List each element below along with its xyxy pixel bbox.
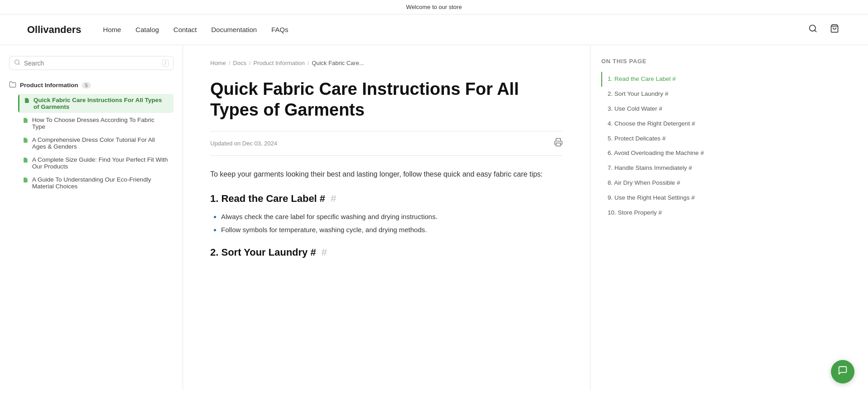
sidebar-item-active-wrapper: Quick Fabric Care Instructions For All T…: [18, 94, 174, 113]
article-meta: Updated on Dec 03, 2024: [210, 131, 563, 156]
breadcrumb-current: Quick Fabric Care...: [312, 60, 364, 66]
toc-item-6[interactable]: 7. Handle Stains Immediately #: [601, 161, 706, 176]
content-area: Home / Docs / Product Information / Quic…: [183, 45, 590, 390]
sidebar-item-label-4: A Guide To Understanding Our Eco-Friendl…: [32, 176, 169, 190]
header: Ollivanders Home Catalog Contact Documen…: [0, 14, 868, 45]
nav-documentation[interactable]: Documentation: [211, 26, 257, 33]
breadcrumb-sep-2: /: [307, 60, 309, 66]
sidebar-item-1[interactable]: How To Choose Dresses According To Fabri…: [18, 114, 174, 133]
toc-item-2[interactable]: 3. Use Cold Water #: [601, 102, 706, 117]
doc-icon-2: [23, 137, 28, 145]
section-heading-hash-1[interactable]: #: [321, 247, 327, 258]
breadcrumb-home[interactable]: Home: [210, 60, 226, 66]
sidebar-item-3[interactable]: A Complete Size Guide: Find Your Perfect…: [18, 154, 174, 173]
sidebar-item-label-3: A Complete Size Guide: Find Your Perfect…: [32, 156, 169, 170]
breadcrumb-sep-0: /: [229, 60, 231, 66]
section-heading-text-1: 2. Sort Your Laundry #: [210, 247, 316, 258]
toc-item-9[interactable]: 10. Store Properly #: [601, 206, 706, 220]
nav-faqs[interactable]: FAQs: [271, 26, 288, 33]
toc-item-3[interactable]: 4. Choose the Right Detergent #: [601, 117, 706, 131]
sidebar-item-label-2: A Comprehensive Dress Color Tutorial For…: [32, 136, 169, 150]
svg-rect-5: [556, 143, 561, 146]
toc-sidebar: On this Page 1. Read the Care Label # 2.…: [590, 45, 717, 390]
chat-bubble-button[interactable]: [831, 360, 854, 383]
doc-icon-1: [23, 117, 28, 125]
cart-icon-button[interactable]: [828, 22, 841, 37]
search-icon: [14, 59, 20, 67]
toc-item-4[interactable]: 5. Protect Delicates #: [601, 131, 706, 146]
breadcrumb-docs[interactable]: Docs: [233, 60, 246, 66]
doc-icon-4: [23, 177, 28, 184]
search-input[interactable]: [24, 60, 158, 67]
section-list-0: Always check the care label for specific…: [210, 211, 563, 236]
list-item-text-0-0: Always check the care label for specific…: [221, 213, 438, 220]
toc-title: On this Page: [601, 58, 706, 65]
sidebar-section-badge: 5: [82, 82, 91, 89]
doc-icon-0: [24, 98, 30, 105]
search-shortcut: /: [162, 60, 169, 67]
logo[interactable]: Ollivanders: [27, 24, 81, 36]
nav-catalog[interactable]: Catalog: [136, 26, 159, 33]
toc-item-7[interactable]: 8. Air Dry When Possible #: [601, 176, 706, 191]
article-intro: To keep your garments looking their best…: [210, 168, 563, 180]
sidebar-items: Quick Fabric Care Instructions For All T…: [9, 94, 174, 192]
sidebar-section-header: Product Information 5: [9, 81, 174, 89]
doc-icon-3: [23, 157, 28, 164]
list-item-0-0: Always check the care label for specific…: [221, 211, 563, 223]
nav-contact[interactable]: Contact: [174, 26, 197, 33]
folder-icon: [9, 81, 16, 89]
search-box[interactable]: /: [9, 56, 174, 70]
toc-item-8[interactable]: 9. Use the Right Heat Settings #: [601, 191, 706, 206]
sidebar-item-label-1: How To Choose Dresses According To Fabri…: [32, 117, 169, 130]
toc-list: 1. Read the Care Label # 2. Sort Your La…: [601, 72, 706, 220]
banner-text: Welcome to our store: [406, 4, 462, 10]
toc-item-0[interactable]: 1. Read the Care Label #: [601, 72, 706, 87]
sidebar-section-title: Product Information: [20, 82, 78, 89]
main-nav: Home Catalog Contact Documentation FAQs: [103, 26, 807, 33]
article-title: Quick Fabric Care Instructions For All T…: [210, 79, 563, 120]
sidebar-item-2[interactable]: A Comprehensive Dress Color Tutorial For…: [18, 134, 174, 153]
article-date: Updated on Dec 03, 2024: [210, 140, 277, 147]
toc-item-5[interactable]: 6. Avoid Overloading the Machine #: [601, 146, 706, 161]
main-layout: / Product Information 5: [0, 45, 868, 390]
list-item-text-0-1: Follow symbols for temperature, washing …: [221, 226, 427, 234]
print-button[interactable]: [554, 138, 563, 149]
breadcrumb-product-info[interactable]: Product Information: [254, 60, 305, 66]
sidebar: / Product Information 5: [0, 45, 183, 390]
chat-bubble-icon: [838, 365, 848, 378]
toc-item-1[interactable]: 2. Sort Your Laundry #: [601, 87, 706, 102]
sidebar-item-label-0: Quick Fabric Care Instructions For All T…: [33, 97, 169, 110]
search-icon-button[interactable]: [807, 22, 819, 37]
section-heading-0: 1. Read the Care Label # #: [210, 193, 563, 205]
svg-line-1: [815, 30, 816, 32]
sidebar-item-0[interactable]: Quick Fabric Care Instructions For All T…: [19, 94, 174, 113]
header-icons: [807, 22, 841, 37]
top-banner: Welcome to our store: [0, 0, 868, 14]
nav-home[interactable]: Home: [103, 26, 121, 33]
breadcrumb-sep-1: /: [249, 60, 251, 66]
section-heading-hash-0[interactable]: #: [330, 193, 336, 204]
sidebar-item-4[interactable]: A Guide To Understanding Our Eco-Friendl…: [18, 173, 174, 192]
breadcrumb: Home / Docs / Product Information / Quic…: [210, 60, 563, 66]
section-heading-1: 2. Sort Your Laundry # #: [210, 247, 563, 258]
section-heading-text-0: 1. Read the Care Label #: [210, 193, 325, 204]
list-item-0-1: Follow symbols for temperature, washing …: [221, 224, 563, 236]
svg-line-4: [19, 64, 20, 65]
